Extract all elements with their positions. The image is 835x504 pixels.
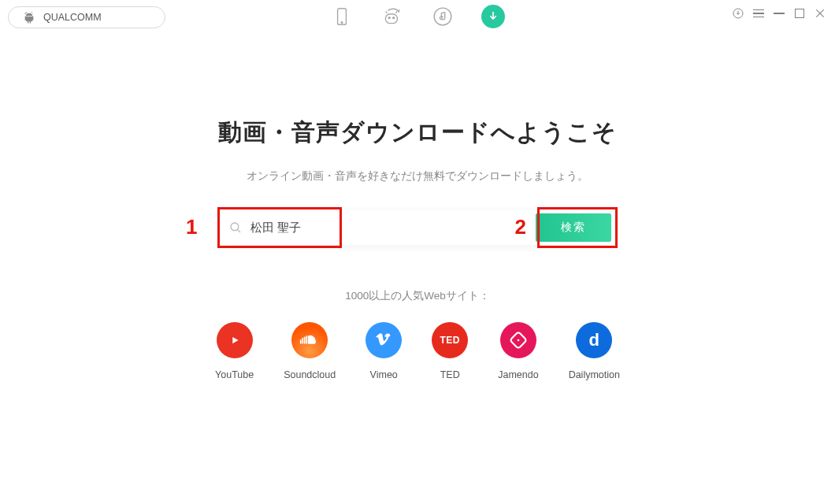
- nav-tab-download[interactable]: [481, 5, 505, 28]
- search-input[interactable]: [250, 210, 536, 245]
- jamendo-icon: [500, 322, 536, 358]
- maximize-button[interactable]: [792, 6, 807, 20]
- site-label: Soundcloud: [284, 369, 336, 380]
- nav-tab-device[interactable]: [330, 5, 354, 28]
- site-dailymotion[interactable]: d Dailymotion: [569, 322, 620, 380]
- page-subtitle: オンライン動画・音声を好きなだけ無料でダウンロードしましょう。: [0, 169, 835, 183]
- android-icon: [23, 11, 35, 24]
- ted-icon: TED: [432, 322, 468, 358]
- site-youtube[interactable]: YouTube: [215, 322, 254, 380]
- nav-tabs: [330, 5, 505, 28]
- annotation-number-2: 2: [515, 215, 526, 239]
- device-selector[interactable]: QUALCOMM: [8, 6, 165, 28]
- site-soundcloud[interactable]: Soundcloud: [284, 322, 336, 380]
- site-label: YouTube: [215, 369, 254, 380]
- site-label: Vimeo: [370, 369, 398, 380]
- nav-tab-transfer[interactable]: [380, 5, 404, 28]
- downloads-icon[interactable]: [731, 6, 745, 20]
- site-label: Jamendo: [498, 369, 538, 380]
- site-jamendo[interactable]: Jamendo: [498, 322, 538, 380]
- site-ted[interactable]: TED TED: [432, 322, 468, 380]
- popular-sites: YouTube Soundcloud Vimeo TED TED Jamendo: [0, 322, 835, 380]
- svg-point-1: [341, 22, 343, 24]
- page-title: 動画・音声ダウンロードへようこそ: [0, 117, 835, 149]
- search-icon: [221, 220, 250, 235]
- youtube-icon: [217, 322, 253, 358]
- annotation-number-1: 1: [186, 215, 197, 239]
- search-bar: 検索: [221, 210, 614, 245]
- close-button[interactable]: [813, 6, 827, 20]
- minimize-button[interactable]: [772, 6, 786, 20]
- site-vimeo[interactable]: Vimeo: [366, 322, 402, 380]
- nav-tab-music[interactable]: [431, 5, 455, 28]
- svg-point-7: [231, 223, 239, 231]
- vimeo-icon: [366, 322, 402, 358]
- soundcloud-icon: [291, 322, 328, 358]
- site-label: Dailymotion: [569, 369, 620, 380]
- site-label: TED: [440, 369, 460, 380]
- dailymotion-icon: d: [576, 322, 612, 358]
- svg-rect-2: [385, 14, 397, 24]
- svg-point-9: [518, 339, 520, 342]
- title-bar: QUALCOMM: [0, 0, 835, 35]
- search-button[interactable]: 検索: [536, 213, 611, 242]
- sites-caption: 1000以上の人気Webサイト：: [0, 289, 835, 303]
- svg-point-3: [388, 17, 390, 19]
- device-name: QUALCOMM: [43, 12, 102, 23]
- svg-point-4: [393, 17, 395, 19]
- search-wrap: 検索 1 2: [221, 210, 614, 245]
- menu-icon[interactable]: [752, 6, 766, 20]
- window-controls: [731, 6, 827, 20]
- download-welcome-panel: 動画・音声ダウンロードへようこそ オンライン動画・音声を好きなだけ無料でダウンロ…: [0, 35, 835, 380]
